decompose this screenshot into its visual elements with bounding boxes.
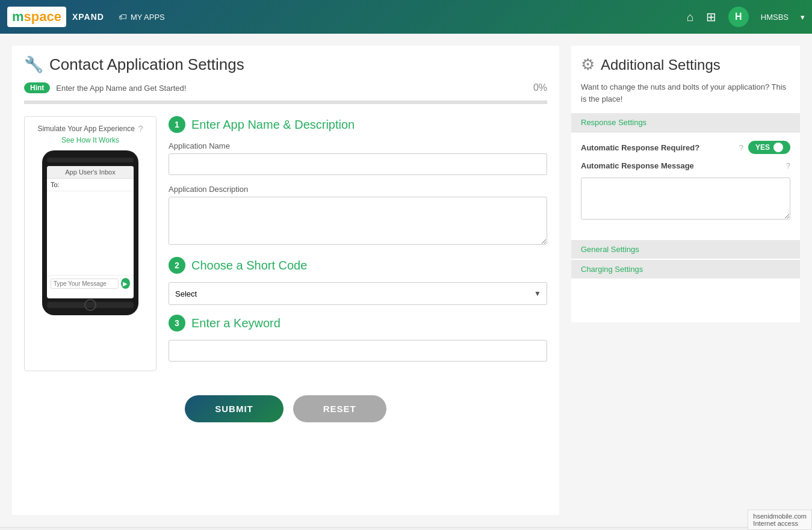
content-area: Simulate Your App Experience ? See How I… [12,116,559,371]
app-description-label: Application Description [169,185,547,194]
hint-bar: Hint Enter the App Name and Get Started!… [12,79,559,97]
auto-response-label: Automatic Response Required? [581,143,734,152]
auto-response-message-label: Automatic Response Message [581,161,781,170]
logo-m: m [12,9,24,25]
tag-icon: 🏷 [119,12,127,22]
phone-message-area [47,191,134,276]
auto-response-toggle[interactable]: YES [748,141,790,154]
page-title: Contact Application Settings [49,55,244,74]
button-row: SUBMIT RESET [12,371,559,434]
phone-inbox-header: App User's Inbox [47,166,134,179]
keyword-group [169,340,547,362]
phone-message-input[interactable] [51,279,119,289]
right-panel: ⚙ Additional Settings Want to change the… [571,46,800,322]
home-icon[interactable]: ⌂ [687,10,694,24]
logo[interactable]: mspace [7,7,66,27]
phone-frame: App User's Inbox To: ▶ [42,150,138,315]
form-area: 1 Enter App Name & Description Applicati… [169,116,547,371]
right-description: Want to change the nuts and bolts of you… [571,79,800,113]
section-2-title: Choose a Short Code [191,259,307,273]
toggle-yes-label: YES [755,143,770,152]
step-1-circle: 1 [169,116,185,133]
internet-access-badge: hsenidmobile.com Internet access [748,510,812,530]
auto-response-message-group: Automatic Response Message ? [581,161,790,222]
section-3-header: 3 Enter a Keyword [169,315,547,331]
right-title-row: ⚙ Additional Settings [571,46,800,79]
phone-home-btn [84,299,96,311]
short-code-select-wrapper: Select ▼ [169,282,547,305]
user-dropdown-arrow[interactable]: ▾ [801,13,805,22]
response-settings-content: Automatic Response Required? ? YES Autom… [571,132,800,240]
reset-button[interactable]: RESET [293,395,386,422]
submit-button[interactable]: SUBMIT [185,395,284,422]
myapps-nav[interactable]: 🏷 MY APPS [119,12,165,22]
myapps-label: MY APPS [131,13,165,22]
footer: Copyrights ◆ ◆ 2019. hSenid Mobile Solut… [0,527,812,530]
user-label[interactable]: HMSBS [761,13,789,22]
wrench-icon: 🔧 [24,55,43,74]
app-description-textarea[interactable] [169,197,547,245]
grid-icon[interactable]: ⊞ [706,10,716,24]
xpand-label: XPAND [72,12,104,22]
phone-input-row: ▶ [47,276,134,291]
charging-settings-label: Charging Settings [581,265,643,274]
internet-domain: hsenidmobile.com [753,513,807,520]
section-2-header: 2 Choose a Short Code [169,257,547,274]
header-right: ⌂ ⊞ H HMSBS ▾ [687,7,805,27]
charging-settings-header[interactable]: Charging Settings [571,260,800,279]
gear-icon: ⚙ [581,55,595,74]
logo-space: space [24,9,61,25]
auto-response-message-help-icon[interactable]: ? [786,161,790,170]
step-3-circle: 3 [169,315,185,331]
phone-top-bar [47,158,134,162]
phone-screen: App User's Inbox To: ▶ [47,166,134,298]
auto-response-message-label-row: Automatic Response Message ? [581,161,790,170]
general-settings-header[interactable]: General Settings [571,240,800,259]
section-3-title: Enter a Keyword [191,316,280,330]
right-title: Additional Settings [601,57,721,73]
response-settings-header[interactable]: Response Settings [571,113,800,132]
auto-response-row: Automatic Response Required? ? YES [581,141,790,154]
keyword-input[interactable] [169,340,547,362]
phone-send-btn[interactable]: ▶ [121,278,130,289]
phone-to-label: To: [51,181,60,188]
short-code-select[interactable]: Select [169,282,547,305]
step-2-circle: 2 [169,257,185,274]
see-how-link[interactable]: See How It Works [32,136,149,144]
phone-to-row: To: [47,179,134,191]
main-container: 🔧 Contact Application Settings Hint Ente… [0,34,812,527]
internet-status: Internet access [753,520,807,527]
header: mspace XPAND 🏷 MY APPS ⌂ ⊞ H HMSBS ▾ [0,0,812,34]
progress-percent: 0% [533,82,547,93]
hint-badge: Hint [24,82,50,93]
response-settings-label: Response Settings [581,118,646,127]
auto-response-help-icon[interactable]: ? [739,143,743,152]
progress-bar-outer [24,100,547,104]
phone-bottom-bar [47,302,134,308]
user-avatar[interactable]: H [728,7,749,27]
app-description-group: Application Description [169,185,547,247]
app-name-group: Application Name [169,141,547,175]
toggle-circle [773,143,783,152]
section-1-header: 1 Enter App Name & Description [169,116,547,133]
simulator-help-icon[interactable]: ? [138,124,143,134]
general-settings-label: General Settings [581,245,639,254]
section-1-title: Enter App Name & Description [191,118,355,132]
app-name-label: Application Name [169,141,547,150]
hint-text: Enter the App Name and Get Started! [56,84,186,93]
short-code-group: Select ▼ [169,282,547,305]
phone-simulator-box: Simulate Your App Experience ? See How I… [24,116,157,371]
simulator-title-row: Simulate Your App Experience ? [32,124,149,134]
app-name-input[interactable] [169,153,547,175]
simulator-title: Simulate Your App Experience [37,125,134,133]
page-title-row: 🔧 Contact Application Settings [12,46,559,79]
auto-response-message-textarea[interactable] [581,177,790,220]
left-panel: 🔧 Contact Application Settings Hint Ente… [12,46,559,515]
